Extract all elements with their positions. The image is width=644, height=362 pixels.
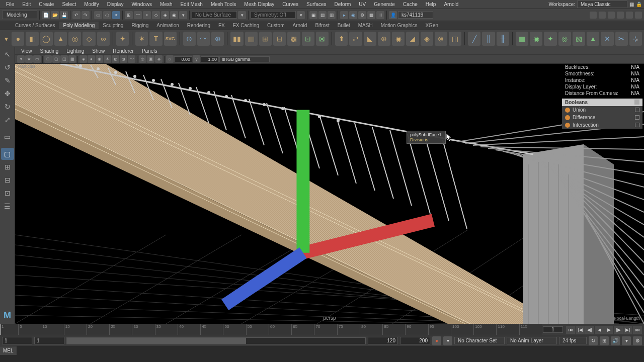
lasso-select-icon[interactable]: ◌	[103, 11, 111, 19]
anim-end-field[interactable]: 200	[400, 337, 430, 344]
poly-cone-icon[interactable]: ▲	[54, 32, 67, 46]
script-lang-label[interactable]: MEL	[0, 346, 17, 355]
undo-icon[interactable]: ↶	[72, 11, 80, 19]
poly-torus-icon[interactable]: ◎	[68, 32, 81, 46]
poly-plane-icon[interactable]: ◇	[83, 32, 95, 46]
vp-ao-icon[interactable]: ◑	[120, 55, 127, 63]
vp-motion-blur-icon[interactable]: 〰	[128, 55, 135, 63]
vp-use-lights-icon[interactable]: ☀	[104, 55, 111, 63]
make-live-icon[interactable]: ◉	[530, 32, 542, 46]
goto-end-icon[interactable]: ⏭	[633, 326, 642, 334]
poly-superellipse-icon[interactable]: ✶	[135, 32, 148, 46]
soft-select-icon[interactable]: ◎	[558, 32, 571, 46]
offset-edge-loop-icon[interactable]: ╫	[497, 32, 509, 46]
sweep-mesh-icon[interactable]: ⊙	[183, 32, 196, 46]
menu-create[interactable]: Create	[35, 2, 58, 7]
vp-exposure-icon[interactable]: ☼	[166, 55, 174, 63]
loop-icon[interactable]: ↻	[589, 336, 598, 345]
vp-menu-lighting[interactable]: Lighting	[62, 48, 88, 54]
in-view-editor-tooltip[interactable]: polySubdFace1 Divisions	[407, 131, 446, 144]
target-weld-icon[interactable]: ⊗	[435, 32, 447, 46]
workspace-dropdown[interactable]: Maya Classic	[577, 1, 627, 8]
outliner-icon[interactable]	[608, 12, 615, 19]
modeling-toolkit-icon[interactable]	[590, 12, 597, 19]
boolean-union[interactable]: Union	[562, 106, 642, 114]
shelf-tab-fxcaching[interactable]: FX Caching	[229, 22, 263, 29]
quad-draw-icon[interactable]: ▦	[516, 32, 528, 46]
playback-options-icon[interactable]: ⚙	[633, 336, 642, 345]
construction-history-icon[interactable]: ▥	[328, 11, 336, 19]
poly-sphere-icon[interactable]: ●	[12, 32, 24, 46]
bevel-icon[interactable]: ◣	[364, 32, 376, 46]
rotate-tool-icon[interactable]: ↻	[1, 101, 14, 113]
vp-xray-joints-icon[interactable]: ◈	[155, 55, 163, 63]
step-forward-key-icon[interactable]: ▶|	[623, 326, 632, 334]
detach-icon[interactable]: ◫	[449, 32, 461, 46]
poly-cube-icon[interactable]: ◧	[26, 32, 38, 46]
shelf-scroll-right-icon[interactable]: ▸	[632, 34, 642, 44]
checkbox-icon[interactable]	[635, 115, 639, 120]
vp-gamma-field[interactable]: 1.00	[201, 56, 219, 62]
playback-start-field[interactable]: 1	[34, 337, 64, 344]
multi-cut-icon[interactable]: ╱	[468, 32, 480, 46]
current-frame-field[interactable]: 1	[543, 326, 563, 333]
vp-shadows-icon[interactable]: ◐	[112, 55, 119, 63]
vp-menu-show[interactable]: Show	[88, 48, 109, 54]
mirror-icon[interactable]: ▮▮	[230, 32, 243, 46]
attribute-editor-icon[interactable]	[635, 12, 642, 19]
vp-menu-shading[interactable]: Shading	[36, 48, 63, 54]
checkbox-icon[interactable]	[635, 108, 639, 112]
paint-select-icon[interactable]: ✦	[112, 11, 120, 19]
triangulate-icon[interactable]: ▲	[587, 32, 599, 46]
vp-film-gate-icon[interactable]: ▢	[52, 55, 60, 63]
render-view-icon[interactable]: ▦	[367, 11, 375, 19]
vp-gate-mask-icon[interactable]: ▦	[68, 55, 76, 63]
insert-edge-loop-icon[interactable]: ║	[482, 32, 495, 46]
snap-toggle-icon[interactable]: ▾	[179, 11, 187, 19]
step-back-key-icon[interactable]: |◀	[576, 326, 585, 334]
boolean-intersection[interactable]: Intersection	[562, 121, 642, 129]
checkbox-icon[interactable]	[635, 123, 639, 127]
menu-surfaces[interactable]: Surfaces	[302, 2, 330, 7]
vp-grid-icon[interactable]: ⊞	[44, 55, 52, 63]
platonic-icon[interactable]: ✦	[116, 32, 129, 46]
panel-toggle-icon[interactable]: ▦	[629, 2, 634, 7]
new-scene-icon[interactable]: 📄	[42, 11, 50, 19]
render-frame-icon[interactable]: ▸	[340, 11, 348, 19]
vp-select-camera-icon[interactable]: ▾	[17, 55, 25, 63]
anim-start-field[interactable]: 1	[2, 337, 32, 344]
vp-xray-icon[interactable]: ▣	[147, 55, 154, 63]
range-options-icon[interactable]: ▾	[622, 336, 631, 345]
snap-point-icon[interactable]: •	[143, 11, 151, 19]
vp-exposure-field[interactable]: 0.00	[174, 56, 192, 62]
range-track[interactable]	[66, 337, 366, 344]
playblast-pause-icon[interactable]: ⏸	[376, 11, 384, 19]
sculpt-icon[interactable]: ✦	[544, 32, 556, 46]
shelf-tab-polymodeling[interactable]: Poly Modeling	[59, 22, 99, 29]
curve-warp-icon[interactable]: 〰	[197, 32, 210, 46]
shelf-tab-motiongraphics[interactable]: Motion Graphics	[377, 22, 422, 29]
outliner-toggle-icon[interactable]: ☰	[1, 200, 14, 212]
extrude-icon[interactable]: ⬆	[335, 32, 348, 46]
viewport-layout-single-icon[interactable]: ▢	[1, 148, 14, 160]
viewport-layout-stack-icon[interactable]: ⊡	[1, 187, 14, 199]
channel-box-icon[interactable]	[626, 12, 633, 19]
vp-bookmark-icon[interactable]: ★	[25, 55, 33, 63]
poly-disc-icon[interactable]: ∞	[97, 32, 110, 46]
poly-type-icon[interactable]: T	[149, 32, 162, 46]
snap-curve-icon[interactable]: 〰	[134, 11, 142, 19]
curve-wrap-icon[interactable]: ⊕	[211, 32, 224, 46]
step-back-icon[interactable]: ◀|	[585, 326, 594, 334]
vp-textured-icon[interactable]: ◉	[96, 55, 103, 63]
collapse-icon[interactable]	[634, 100, 639, 105]
delete-edge-icon[interactable]: ✂	[615, 32, 628, 46]
menu-uv[interactable]: UV	[355, 2, 370, 7]
hud-booleans-header[interactable]: Booleans	[562, 99, 642, 106]
shelf-tab-sculpting[interactable]: Sculpting	[99, 22, 127, 29]
audio-icon[interactable]: 🔊	[611, 336, 620, 345]
vp-wireframe-icon[interactable]: ◈	[79, 55, 87, 63]
render-settings-icon[interactable]: ⚙	[358, 11, 366, 19]
scale-tool-icon[interactable]: ⤢	[1, 114, 14, 126]
key-ticks-icon[interactable]: ▾	[443, 336, 452, 345]
crease-icon[interactable]: ▧	[573, 32, 585, 46]
